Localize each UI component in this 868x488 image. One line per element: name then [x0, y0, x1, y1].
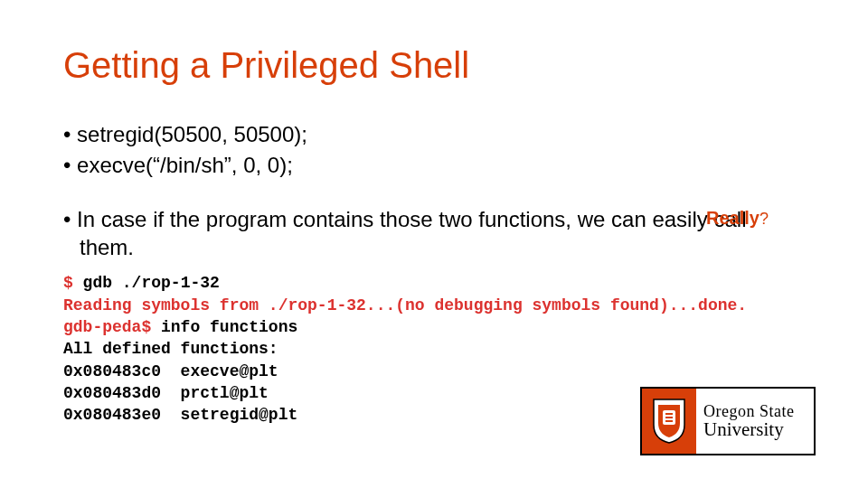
body-bullet: In case if the program contains those tw…: [63, 205, 805, 261]
annotation-text: Really: [706, 208, 760, 228]
osu-logo-text: Oregon State University: [696, 389, 814, 454]
slide-title: Getting a Privileged Shell: [63, 45, 805, 86]
code-bullet-1: setregid(50500, 50500);: [63, 122, 805, 147]
info-functions-cmd: info functions: [151, 318, 297, 336]
annotation-suffix: ?: [760, 210, 769, 228]
osu-logo: Oregon State University: [640, 387, 816, 455]
annotation-really: Really?: [706, 208, 769, 229]
osu-shield-icon: [642, 389, 696, 454]
osu-logo-line2: University: [703, 419, 814, 439]
prompt-dollar: $: [63, 274, 73, 292]
func-setregid-line: 0x080483e0 setregid@plt: [63, 406, 297, 424]
func-prctl-line: 0x080483d0 prctl@plt: [63, 384, 269, 402]
func-execve-line: 0x080483c0 execve@plt: [63, 362, 278, 380]
prompt-peda: gdb-peda$: [63, 318, 151, 336]
gdb-command: gdb ./rop-1-32: [73, 274, 220, 292]
osu-logo-line1: Oregon State: [703, 403, 814, 420]
defined-functions-line: All defined functions:: [63, 340, 278, 358]
code-bullet-2: execve(“/bin/sh”, 0, 0);: [63, 153, 805, 178]
reading-symbols-line: Reading symbols from ./rop-1-32...(no de…: [63, 296, 747, 314]
